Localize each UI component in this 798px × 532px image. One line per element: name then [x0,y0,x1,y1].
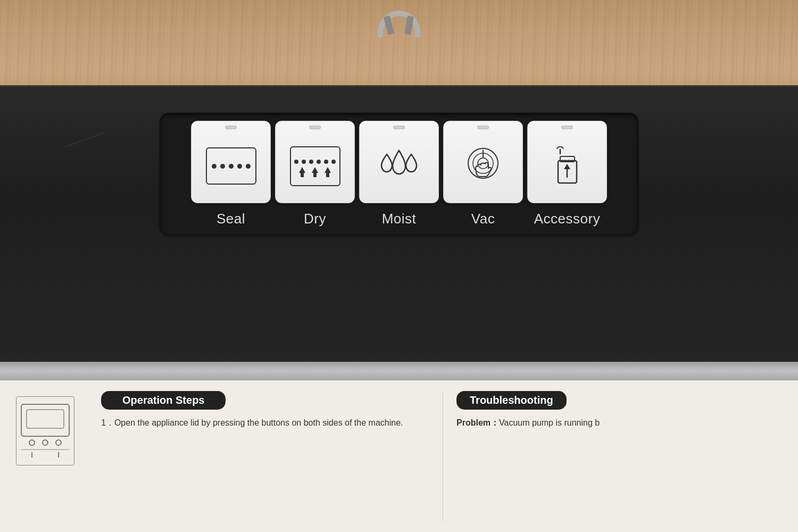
vac-button[interactable] [443,121,523,203]
seal-button[interactable] [191,121,271,203]
instructions-content: Operation Steps 1．Open the appliance lid… [0,380,798,532]
surface-scratch [65,132,105,147]
dry-button[interactable] [275,121,355,203]
svg-point-11 [29,440,35,445]
ops-step1: 1．Open the appliance lid by pressing the… [101,416,427,430]
accessory-led [561,126,573,129]
moist-led [393,126,405,129]
seal-led [225,126,237,129]
trouble-text: Problem：Vacuum pump is running b [456,416,782,430]
accessory-label: Accessory [534,211,600,227]
moist-label: Moist [382,211,417,227]
moist-button[interactable] [359,121,439,203]
svg-point-12 [43,440,48,445]
seal-button-wrapper: Seal [191,121,271,227]
instructions-area: Operation Steps 1．Open the appliance lid… [0,380,798,532]
ops-section: Operation Steps 1．Open the appliance lid… [101,391,427,521]
trouble-header: Troubleshooting [456,391,567,410]
buttons-row: Seal [191,121,607,227]
prong-right [404,15,414,35]
svg-rect-10 [27,410,64,428]
diagram-area [16,391,85,521]
plug-prongs [378,11,420,43]
vac-label: Vac [471,211,495,227]
trouble-section: Troubleshooting Problem：Vacuum pump is r… [443,391,782,521]
button-panel: Seal [160,113,638,235]
vac-icon [461,145,506,187]
dry-led [309,126,321,129]
accessory-icon [547,145,587,187]
seal-label: Seal [217,211,245,227]
dry-button-wrapper: Dry [275,121,355,227]
svg-rect-9 [21,404,69,436]
silver-strip [0,362,798,380]
accessory-button[interactable] [527,121,607,203]
svg-point-13 [56,440,61,445]
appliance-body: Seal [0,85,798,362]
trouble-problem-label: Problem： [456,418,499,427]
vac-button-wrapper: Vac [443,121,523,227]
dry-icon [290,146,340,186]
dry-label: Dry [304,211,326,227]
moist-icon [375,146,423,186]
vac-led [477,126,489,129]
accessory-button-wrapper: Accessory [527,121,607,227]
moist-button-wrapper: Moist [359,121,439,227]
trouble-problem-text: Vacuum pump is running b [499,418,600,427]
diagram-box [16,396,74,466]
svg-marker-8 [564,164,570,169]
ops-header: Operation Steps [101,391,226,410]
prong-left [384,15,395,35]
power-plug [367,11,431,64]
seal-icon [206,147,256,185]
